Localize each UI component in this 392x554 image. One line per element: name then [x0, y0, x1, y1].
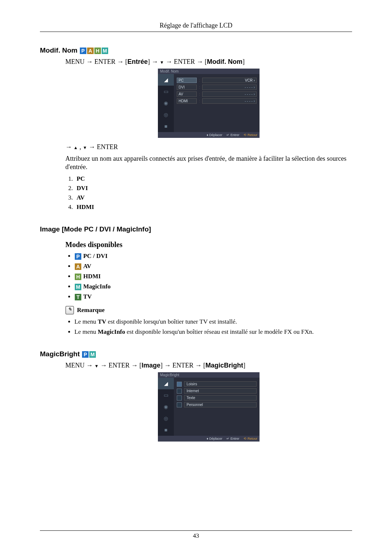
page: Réglage de l'affichage LCD Modif. Nom PA…: [0, 0, 392, 554]
mode-label: AV: [83, 263, 91, 270]
list-item: PC: [74, 175, 352, 182]
note-item: Le menu TV est disponible lorsqu'un boît…: [74, 318, 352, 325]
osd-option: Texte: [177, 395, 257, 401]
note-text: Le menu: [74, 328, 98, 335]
txt: Entrer: [230, 133, 240, 137]
osd-foot-move: ♦ Déplacer: [207, 133, 222, 137]
badge-m-icon: M: [75, 284, 81, 290]
section-title-magicbright: MagicBright PM: [40, 350, 352, 358]
checkbox-icon: [177, 395, 182, 401]
osd-label: HDMI: [177, 98, 197, 104]
badge-a-icon: A: [75, 263, 81, 270]
nav-menu-magicbright: MagicBright: [205, 362, 243, 369]
osd-foot-enter: ↵ Entrer: [226, 437, 239, 440]
note-bold: MagicInfo: [98, 328, 125, 335]
nav-text: → ENTER →: [99, 362, 139, 369]
osd-option: Loisirs: [177, 381, 257, 387]
mode-item: P PC / DVI: [74, 253, 352, 260]
divider-icon: :: [199, 85, 200, 89]
note-text: est disponible lorsqu'un boîtier réseau …: [125, 328, 314, 335]
osd-footer: ♦ Déplacer ↵ Entrer ⟲ Retour: [158, 436, 260, 442]
remarque-heading: ✎ Remarque: [65, 306, 352, 315]
osd-option-label: Texte: [184, 395, 257, 401]
note-label: Remarque: [77, 307, 105, 314]
note-text: est disponible lorsqu'un boîtier tuner T…: [106, 318, 237, 325]
osd-label: PC: [177, 78, 197, 83]
nav-text: ,: [78, 143, 83, 151]
badge-m-icon: M: [102, 48, 108, 54]
arrow-down-icon: ▼: [83, 145, 87, 150]
badge-h-icon: H: [94, 48, 101, 54]
list-item: HDMI: [74, 204, 352, 211]
osd-value: - - - - ›: [202, 91, 257, 97]
mode-item: M MagicInfo: [74, 283, 352, 290]
section-title-image-mode: Image [Mode PC / DVI / MagicInfo]: [40, 225, 352, 233]
note-icon: ✎: [65, 306, 74, 315]
checkbox-icon: [177, 402, 182, 407]
list-item-label: PC: [77, 175, 85, 182]
osd-foot-return: ⟲ Retour: [244, 437, 257, 440]
modes-list: P PC / DVI A AV H HDMI M MagicInfo T TV: [67, 253, 352, 300]
badge-p-icon: P: [80, 48, 86, 54]
osd-body: ◢ ▭ ◉ ◎ ■ Loisirs Internet: [158, 378, 260, 436]
osd-side-icon: ■: [158, 424, 174, 436]
osd-row: HDMI : - - - - ›: [177, 98, 257, 104]
badge-p-icon: P: [82, 351, 89, 358]
txt: Déplacer: [209, 437, 222, 440]
osd-foot-move: ♦ Déplacer: [207, 437, 222, 440]
input-list: PC DVI AV HDMI: [65, 175, 352, 211]
note-bold: TV: [98, 318, 106, 325]
osd-side-icon: ◎: [158, 109, 174, 120]
title-text: Modif. Nom: [40, 46, 77, 54]
osd-label: DVI: [177, 85, 197, 90]
list-item-label: HDMI: [77, 204, 94, 210]
osd-foot-enter: ↵ Entrer: [226, 133, 239, 137]
arrow-down-icon: ▼: [94, 364, 99, 369]
osd-row: AV : - - - - ›: [177, 91, 257, 97]
note-item: Le menu MagicInfo est disponible lorsqu'…: [74, 328, 352, 336]
osd-option: Internet: [177, 388, 257, 394]
list-item-label: AV: [77, 194, 85, 201]
nav-text: MENU → ENTER →: [65, 58, 125, 65]
osd-side-icon: ◢: [158, 74, 174, 86]
mode-item: T TV: [74, 293, 352, 300]
nav-text: →: [150, 58, 160, 65]
badge-p-icon: P: [75, 253, 81, 260]
osd-side-icon: ▭: [158, 389, 174, 401]
arrow-down-icon: ▼: [160, 60, 164, 65]
osd-side-icon: ◎: [158, 413, 174, 424]
nav-menu-image: Image: [142, 362, 160, 369]
osd-option: Personnel: [177, 402, 257, 407]
osd-main: Loisirs Internet Texte Personnel: [174, 378, 260, 436]
checkbox-icon: [177, 382, 182, 387]
osd-side-icon: ◉: [158, 97, 174, 109]
osd-label: AV: [177, 91, 197, 97]
subtitle-modes-disponibles: Modes disponibles: [65, 241, 352, 249]
mode-label: PC / DVI: [83, 253, 107, 259]
badge-h-icon: H: [75, 274, 81, 280]
txt: Retour: [248, 133, 257, 137]
osd-side-icon: ◢: [158, 378, 174, 389]
list-item-label: DVI: [77, 185, 88, 192]
badge-t-icon: T: [75, 294, 81, 300]
osd-row: PC : VCR ›: [177, 78, 257, 83]
mode-label: MagicInfo: [83, 283, 111, 290]
nav-path-arrow-enter: → ▲ , ▼ → ENTER: [65, 143, 352, 151]
osd-footer: ♦ Déplacer ↵ Entrer ⟲ Retour: [158, 132, 260, 138]
osd-option-label: Loisirs: [184, 381, 257, 387]
nav-text: MENU →: [65, 362, 94, 369]
badge-a-icon: A: [87, 48, 94, 54]
osd-value: - - - - ›: [202, 98, 257, 104]
nav-path-modif-nom: MENU → ENTER → [Entrée] → ▼ → ENTER → [M…: [65, 58, 352, 66]
page-footer: 43: [40, 530, 352, 539]
osd-title: MagicBright: [158, 372, 260, 378]
note-text: Le menu: [74, 318, 98, 325]
osd-option-label: Personnel: [184, 402, 257, 407]
mode-label: HDMI: [83, 273, 101, 280]
nav-path-magicbright: MENU → ▼ → ENTER → [Image] → ENTER → [Ma…: [65, 362, 352, 369]
divider-icon: :: [199, 78, 200, 82]
osd-main: PC : VCR › DVI : - - - - › AV : - - - - …: [174, 74, 260, 132]
list-item: AV: [74, 194, 352, 201]
section-title-modif-nom: Modif. Nom PAHM: [40, 46, 352, 54]
osd-sidebar: ◢ ▭ ◉ ◎ ■: [158, 378, 174, 436]
